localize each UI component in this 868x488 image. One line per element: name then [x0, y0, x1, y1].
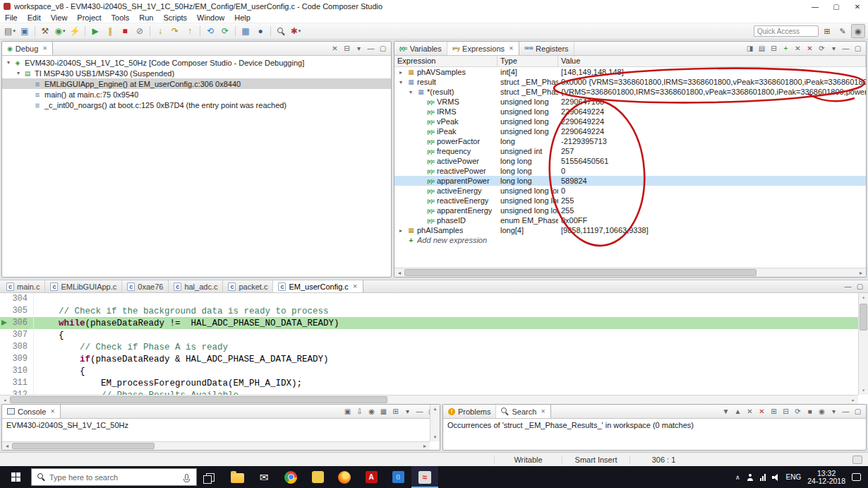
scrollbar-thumb[interactable]: [10, 396, 387, 403]
expression-row[interactable]: +Add new expression: [394, 235, 866, 245]
clock[interactable]: 13:32 24-12-2018: [807, 470, 845, 485]
microphone-icon[interactable]: [185, 474, 188, 480]
menu-file[interactable]: File: [0, 13, 23, 22]
ccs-edit-perspective-icon[interactable]: ✎: [836, 24, 850, 38]
add-expression-icon[interactable]: +: [780, 43, 792, 54]
scrollbar-track[interactable]: [10, 395, 848, 404]
expression-row[interactable]: (x)=phaseIDenum EM_Phase_0x00FF: [394, 215, 866, 225]
scrollbar-thumb[interactable]: [860, 304, 867, 331]
view-menu-icon[interactable]: ▾: [828, 406, 840, 417]
expression-row[interactable]: (x)=powerFactorlong-2129395713: [394, 136, 866, 146]
run-search-again-icon[interactable]: ⟳: [792, 406, 804, 417]
flash-button[interactable]: ⚡: [68, 24, 82, 38]
remove-all-matches-icon[interactable]: ✕: [756, 406, 768, 417]
scrollbar-track[interactable]: [12, 442, 420, 450]
tab-emlibguiapp-c[interactable]: cEMLibGUIApp.c: [45, 280, 122, 292]
maximize-panel-icon[interactable]: ▢: [852, 43, 864, 54]
scroll-down-arrow-icon[interactable]: ▾: [430, 433, 440, 441]
scroll-down-arrow-icon[interactable]: ▾: [859, 386, 868, 395]
terminate-button[interactable]: ■: [118, 24, 132, 38]
column-header-value[interactable]: Value: [558, 56, 866, 66]
layout-icon[interactable]: ▤: [756, 43, 768, 54]
cancel-search-icon[interactable]: ■: [804, 406, 816, 417]
taskbar-app-yellow-app[interactable]: [304, 466, 331, 488]
taskbar-app-adobe-acrobat[interactable]: A: [358, 466, 385, 488]
twisty-icon[interactable]: ▸: [397, 69, 405, 76]
minimize-button[interactable]: —: [804, 0, 826, 13]
build-button[interactable]: ⚒: [38, 24, 52, 38]
tab-packet-c[interactable]: cpacket.c: [223, 280, 273, 292]
refresh-button[interactable]: ⟳: [218, 24, 232, 38]
memory-browser-button[interactable]: ▦: [239, 24, 253, 38]
code-line[interactable]: 310 {: [0, 365, 858, 377]
minimize-panel-icon[interactable]: —: [840, 43, 852, 54]
tab-expressions[interactable]: x+yExpressions✕: [447, 42, 519, 55]
taskbar-app-code-composer-studio[interactable]: ≈: [411, 466, 438, 488]
expression-row[interactable]: (x)=iPeakunsigned long2290649224: [394, 126, 866, 136]
resume-button[interactable]: ▶: [88, 24, 102, 38]
code-line[interactable]: 311 EM_processForegroundData(EM_PH_A_IDX…: [0, 377, 858, 389]
remove-match-icon[interactable]: ✕: [744, 406, 756, 417]
external-tools-button[interactable]: ✱▾: [289, 24, 303, 38]
tab-registers[interactable]: 1010Registers: [519, 42, 574, 55]
expression-row[interactable]: ▾▦resultstruct _EM_Phase_...0x0000 {VRMS…: [394, 77, 866, 87]
maximize-button[interactable]: ▢: [826, 0, 847, 13]
breakpoints-button[interactable]: ●: [253, 24, 267, 38]
taskbar-search-input[interactable]: [49, 473, 181, 482]
view-menu-icon[interactable]: ▾: [828, 43, 840, 54]
expression-row[interactable]: (x)=reactivePowerlong long0: [394, 166, 866, 176]
scroll-up-arrow-icon[interactable]: ▴: [430, 405, 440, 413]
close-icon[interactable]: ✕: [50, 408, 55, 415]
scroll-right-arrow-icon[interactable]: ▸: [848, 397, 858, 403]
expression-row[interactable]: (x)=activeEnergyunsigned long long0: [394, 186, 866, 196]
expression-row[interactable]: ▾▦*(result)struct _EM_Phase_...{VRMS=336…: [394, 87, 866, 97]
quick-access-input[interactable]: [754, 25, 819, 37]
taskbar-app-file-explorer[interactable]: [224, 466, 251, 488]
menu-help[interactable]: Help: [229, 13, 255, 22]
scroll-right-arrow-icon[interactable]: ▸: [856, 270, 866, 276]
maximize-editor-icon[interactable]: ▢: [854, 281, 866, 292]
expression-row[interactable]: (x)=apparentPowerlong long589824: [394, 176, 866, 186]
collapse-all-icon[interactable]: ⊟: [780, 406, 792, 417]
close-button[interactable]: ✕: [847, 0, 868, 13]
remove-all-expressions-icon[interactable]: ✕: [804, 43, 816, 54]
twisty-icon[interactable]: ▾: [14, 70, 23, 76]
tab-main-c[interactable]: cmain.c: [1, 280, 45, 292]
collapse-all-icon[interactable]: ⊟: [341, 43, 353, 54]
save-button[interactable]: ▣: [18, 24, 32, 38]
code-line[interactable]: 305 // Check if the background data is r…: [0, 305, 858, 317]
menu-scripts[interactable]: Scripts: [158, 13, 192, 22]
close-icon[interactable]: ✕: [509, 45, 514, 52]
pin-console-icon[interactable]: ◉: [366, 406, 378, 417]
taskbar-app-vscode[interactable]: ⟨⟩: [385, 466, 411, 488]
taskbar-app-mail[interactable]: ✉: [251, 466, 277, 488]
debug-tree-item[interactable]: ≡EMLibGUIApp_Engine() at EM_userConfig.c…: [2, 78, 391, 89]
minimize-panel-icon[interactable]: —: [414, 406, 426, 417]
scroll-left-arrow-icon[interactable]: ◂: [0, 397, 10, 403]
minimize-editor-icon[interactable]: —: [842, 281, 854, 292]
menu-run[interactable]: Run: [134, 13, 158, 22]
tab-hal-adc-c[interactable]: chal_adc.c: [169, 280, 223, 292]
network-icon[interactable]: [760, 474, 766, 481]
disconnect-button[interactable]: ⊘: [133, 24, 147, 38]
console-horizontal-scrollbar[interactable]: ◂ ▸: [2, 441, 430, 450]
maximize-panel-icon[interactable]: ▢: [852, 406, 864, 417]
expression-row[interactable]: (x)=vPeakunsigned long2290649224: [394, 117, 866, 126]
editor-vertical-scrollbar[interactable]: ▴ ▾: [858, 293, 868, 395]
view-menu-icon[interactable]: ▾: [402, 406, 414, 417]
pin-search-icon[interactable]: ◉: [816, 406, 828, 417]
tab-em-userconfig-c[interactable]: cEM_userConfig.c✕: [273, 280, 363, 292]
debug-tree-item[interactable]: ▾◈EVM430-i2040S_SH_1V_1C_50Hz [Code Comp…: [2, 57, 391, 68]
expression-row[interactable]: (x)=activePowerlong long51556450561: [394, 156, 866, 166]
new-button[interactable]: ▤▾: [3, 24, 17, 38]
column-header-type[interactable]: Type: [498, 56, 558, 66]
search-content[interactable]: Occurrences of 'struct _EM_Phase_Results…: [443, 419, 866, 450]
menu-view[interactable]: View: [46, 13, 73, 22]
open-perspective-icon[interactable]: ⊞: [820, 24, 834, 38]
expression-row[interactable]: (x)=IRMSunsigned long2290649224: [394, 107, 866, 117]
expression-row[interactable]: (x)=apparentEnergyunsigned long long255: [394, 206, 866, 215]
expression-row[interactable]: (x)=frequencyunsigned int257: [394, 146, 866, 156]
task-view-button[interactable]: [197, 466, 224, 488]
hidden-icons-chevron[interactable]: ∧: [735, 474, 740, 481]
status-bar-icon[interactable]: [852, 456, 862, 464]
